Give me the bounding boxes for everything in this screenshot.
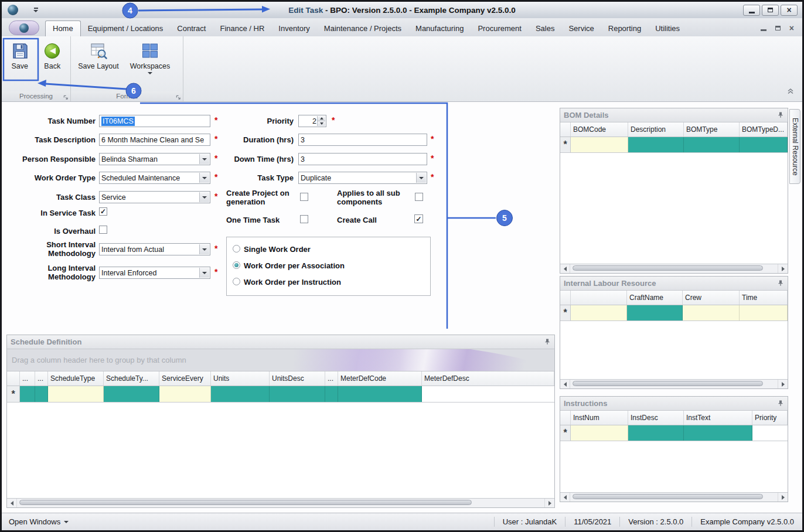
grid-cell-craft[interactable] [571, 305, 627, 320]
short-interval-methodology-select[interactable]: Interval from Actual [99, 243, 210, 255]
scrollbar-thumb[interactable] [573, 265, 763, 271]
column-header-insttext[interactable]: InstText [684, 411, 752, 425]
pin-icon[interactable] [544, 337, 551, 347]
column-header-time[interactable]: Time [740, 291, 788, 305]
scroll-right-icon[interactable] [778, 493, 788, 502]
spinner-buttons[interactable] [317, 116, 325, 126]
task-type-select[interactable]: Duplicate [298, 172, 427, 184]
scroll-right-icon[interactable] [778, 380, 788, 388]
grid-cell-scheduletype[interactable] [48, 386, 104, 402]
grid-cell-craftname[interactable] [627, 305, 683, 320]
column-header-unitsdesc[interactable]: UnitsDesc [270, 371, 325, 386]
down-time-input[interactable]: 3 [298, 153, 427, 165]
grid-cell[interactable] [35, 386, 48, 402]
grid-cell-crew[interactable] [683, 305, 740, 320]
column-header[interactable]: ... [20, 371, 35, 386]
scrollbar-track[interactable] [17, 499, 544, 507]
grid-cell-unitsdesc[interactable] [270, 386, 325, 402]
create-call-checkbox[interactable]: ✓ [414, 214, 423, 223]
column-header-scheduletydesc[interactable]: ScheduleTy... [104, 371, 159, 386]
priority-input[interactable]: 2 [298, 115, 326, 127]
applies-to-sub-checkbox[interactable] [415, 193, 423, 201]
long-interval-methodology-select[interactable]: Interval Enforced [99, 267, 210, 279]
dropdown-arrow-icon[interactable] [199, 154, 209, 164]
column-header-instnum[interactable]: InstNum [571, 411, 628, 425]
column-header-meterdefcode[interactable]: MeterDefCode [338, 371, 422, 386]
column-header-priority[interactable]: Priority [752, 411, 788, 425]
grid-cell-bomtyped[interactable] [740, 137, 788, 152]
grid-cell-insttext[interactable] [684, 425, 752, 441]
column-header-bomtype[interactable]: BOMType [684, 122, 740, 137]
horizontal-scrollbar[interactable] [560, 492, 788, 502]
grid-cell-bomtype[interactable] [684, 137, 740, 152]
duration-input[interactable]: 3 [298, 134, 427, 146]
grid-cell-scheduletydesc[interactable] [104, 386, 159, 402]
tab-external-resource[interactable]: External Resource [789, 109, 800, 184]
person-responsible-select[interactable]: Belinda Sharman [99, 153, 210, 165]
column-header-craft[interactable] [571, 291, 627, 305]
dropdown-arrow-icon[interactable] [199, 192, 209, 202]
grid-cell-meterdefdesc[interactable] [422, 386, 554, 402]
scrollbar-track[interactable] [570, 380, 778, 388]
grid-cell-meterdefcode[interactable] [338, 386, 422, 402]
scrollbar-thumb[interactable] [19, 500, 472, 505]
grid-cell-bomcode[interactable] [571, 137, 628, 152]
horizontal-scrollbar[interactable] [560, 264, 788, 273]
scroll-left-icon[interactable] [7, 499, 17, 507]
scroll-right-icon[interactable] [778, 264, 788, 273]
column-header[interactable]: ... [325, 371, 338, 386]
column-header-bomtyped[interactable]: BOMTypeD... [740, 122, 788, 137]
horizontal-scrollbar[interactable] [7, 498, 554, 507]
work-order-type-select[interactable]: Scheduled Maintenance [99, 172, 210, 184]
radio-single-work-order[interactable] [233, 245, 240, 253]
column-header-units[interactable]: Units [211, 371, 270, 386]
scrollbar-thumb[interactable] [573, 494, 763, 499]
scrollbar-thumb[interactable] [573, 381, 763, 386]
scroll-left-icon[interactable] [560, 380, 570, 388]
spin-up-icon[interactable] [317, 116, 325, 121]
grid-cell-description[interactable] [628, 137, 684, 152]
scroll-left-icon[interactable] [560, 264, 570, 273]
column-header-instdesc[interactable]: InstDesc [628, 411, 684, 425]
column-header-description[interactable]: Description [628, 122, 684, 137]
radio-work-order-per-instruction[interactable] [233, 278, 240, 285]
task-description-input[interactable]: 6 Month Machine Clean and Se [99, 134, 210, 146]
pin-icon[interactable] [777, 398, 784, 409]
open-windows-button[interactable]: Open Windows [2, 517, 69, 526]
task-number-input[interactable]: IT06MCS [99, 115, 210, 127]
is-overhaul-checkbox[interactable] [99, 226, 107, 234]
scroll-right-icon[interactable] [544, 499, 554, 507]
radio-work-order-per-association[interactable] [233, 261, 240, 269]
pin-icon[interactable] [777, 278, 784, 289]
scrollbar-track[interactable] [570, 264, 778, 273]
dropdown-arrow-icon[interactable] [199, 244, 209, 254]
scroll-left-icon[interactable] [560, 493, 570, 502]
grid-cell-units[interactable] [211, 386, 270, 402]
grid-cell[interactable] [20, 386, 35, 402]
dropdown-arrow-icon[interactable] [199, 268, 209, 278]
column-header-crew[interactable]: Crew [683, 291, 740, 305]
spin-down-icon[interactable] [317, 121, 325, 126]
dropdown-arrow-icon[interactable] [416, 173, 426, 183]
grid-cell-instdesc[interactable] [628, 425, 684, 441]
grid-cell-instnum[interactable] [571, 425, 628, 441]
dropdown-arrow-icon[interactable] [199, 173, 209, 183]
scrollbar-track[interactable] [570, 493, 778, 502]
column-header-bomcode[interactable]: BOMCode [571, 122, 628, 137]
task-class-select[interactable]: Service [99, 191, 210, 203]
one-time-task-checkbox[interactable] [300, 215, 308, 223]
group-by-area[interactable]: Drag a column header here to group by th… [7, 349, 554, 371]
grid-cell-time[interactable] [740, 305, 788, 320]
grid-cell-serviceevery[interactable] [159, 386, 211, 402]
in-service-task-checkbox[interactable]: ✓ [99, 207, 107, 216]
pin-icon[interactable] [777, 110, 784, 121]
horizontal-scrollbar[interactable] [560, 379, 788, 388]
create-project-checkbox[interactable] [300, 193, 308, 201]
column-header-craftname[interactable]: CraftName [627, 291, 683, 305]
grid-cell[interactable] [325, 386, 338, 402]
column-header-meterdefdesc[interactable]: MeterDefDesc [422, 371, 554, 386]
column-header-scheduletype[interactable]: ScheduleType [48, 371, 104, 386]
grid-cell-priority[interactable] [752, 425, 788, 441]
column-header[interactable]: ... [35, 371, 48, 386]
column-header-serviceevery[interactable]: ServiceEvery [159, 371, 211, 386]
